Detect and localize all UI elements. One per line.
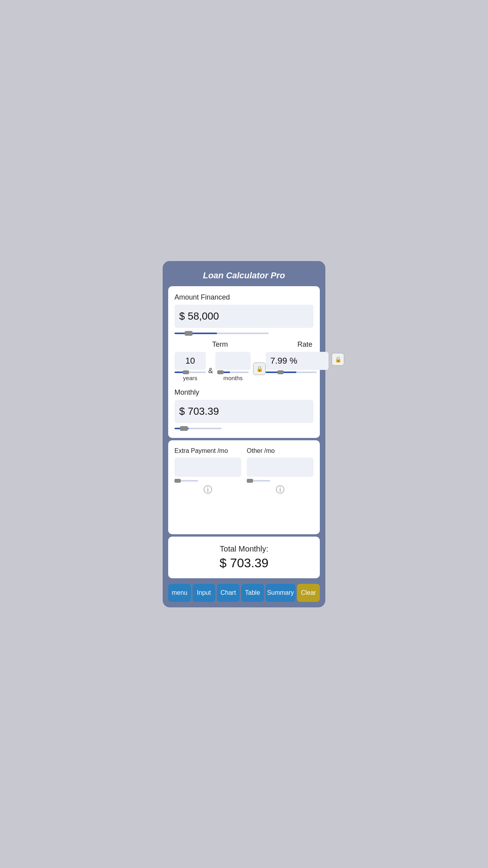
rate-input-row: 🔒 — [266, 352, 344, 373]
extra-payment-row: Extra Payment /mo ⓘ Other /mo ⓘ — [174, 447, 314, 496]
term-lock-button[interactable]: 🔒 — [253, 362, 266, 375]
term-section: Term years & months 🔒 — [174, 340, 266, 381]
summary-button[interactable]: Summary — [266, 584, 295, 602]
menu-button[interactable]: menu — [168, 584, 191, 602]
amount-input[interactable] — [174, 305, 314, 328]
empty-area — [174, 496, 314, 527]
total-monthly-value: $ 703.39 — [174, 556, 314, 570]
extra-payment-help-icon[interactable]: ⓘ — [174, 484, 241, 496]
secondary-card: Extra Payment /mo ⓘ Other /mo ⓘ — [168, 440, 320, 534]
term-years-block: years — [174, 352, 206, 381]
extra-payment-block: Extra Payment /mo ⓘ — [174, 447, 241, 496]
term-section-label: Term — [174, 340, 266, 349]
term-rate-container: Term years & months 🔒 — [174, 340, 314, 381]
amount-slider[interactable] — [174, 333, 269, 334]
bottom-nav: menu Input Chart Table Summary Clear — [168, 584, 320, 602]
other-payment-slider[interactable] — [247, 480, 270, 482]
other-payment-block: Other /mo ⓘ — [247, 447, 314, 496]
term-years-label: years — [183, 375, 198, 381]
rate-input-block — [266, 352, 328, 373]
term-months-block: months — [215, 352, 251, 381]
input-button[interactable]: Input — [193, 584, 215, 602]
rate-slider[interactable] — [266, 371, 317, 373]
amount-slider-container — [174, 329, 314, 336]
extra-payment-label: Extra Payment /mo — [174, 447, 241, 454]
term-inputs-row: years & months 🔒 — [174, 352, 266, 381]
monthly-input[interactable] — [174, 400, 314, 423]
table-button[interactable]: Table — [241, 584, 264, 602]
rate-lock-button[interactable]: 🔒 — [332, 353, 344, 366]
term-months-input[interactable] — [215, 352, 251, 370]
monthly-section: Monthly — [174, 388, 314, 431]
term-months-label: months — [223, 375, 242, 381]
other-payment-help-icon[interactable]: ⓘ — [247, 484, 314, 496]
total-monthly-label: Total Monthly: — [174, 544, 314, 554]
total-card: Total Monthly: $ 703.39 — [168, 537, 320, 578]
rate-section: Rate 🔒 — [266, 340, 344, 373]
app-container: Loan Calculator Pro Amount Financed Term… — [163, 261, 325, 607]
app-title: Loan Calculator Pro — [168, 267, 320, 286]
chart-button[interactable]: Chart — [217, 584, 240, 602]
extra-payment-slider[interactable] — [174, 480, 198, 482]
clear-button[interactable]: Clear — [297, 584, 320, 602]
term-years-slider[interactable] — [174, 371, 206, 373]
extra-payment-input[interactable] — [174, 458, 241, 477]
term-years-input[interactable] — [174, 352, 206, 370]
other-payment-input[interactable] — [247, 458, 314, 477]
rate-section-label: Rate — [266, 340, 344, 349]
monthly-label: Monthly — [174, 388, 314, 397]
monthly-slider[interactable] — [174, 428, 222, 429]
term-months-slider[interactable] — [217, 371, 249, 373]
other-payment-label: Other /mo — [247, 447, 314, 454]
rate-input[interactable] — [266, 352, 328, 370]
amount-label: Amount Financed — [174, 293, 314, 302]
and-label: & — [208, 367, 213, 375]
main-card: Amount Financed Term years & — [168, 286, 320, 438]
